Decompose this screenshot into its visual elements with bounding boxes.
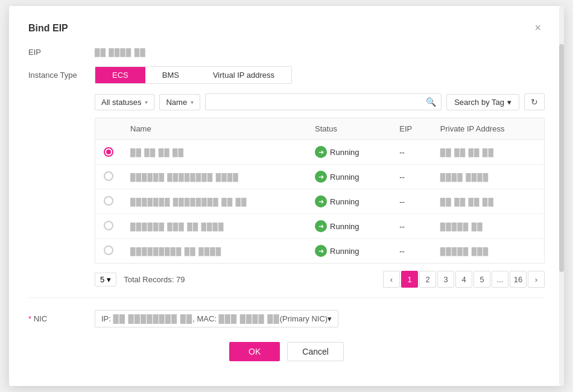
cell-name: ███████ ████████ ██ ██ <box>122 189 306 214</box>
divider <box>28 297 545 298</box>
ok-button[interactable]: OK <box>229 342 280 361</box>
cell-private-ip: █████ ██ <box>432 214 544 239</box>
cell-status: ➜Running <box>306 239 391 264</box>
page-btn-ellipsis: ... <box>492 271 508 288</box>
status-filter[interactable]: All statuses ▾ <box>95 94 154 110</box>
radio-row-2[interactable] <box>104 196 113 206</box>
page-btn-4[interactable]: 4 <box>455 271 472 288</box>
table-row[interactable]: ██████ ████████ ████➜Running--████ ████ <box>95 165 544 189</box>
tag-search-label: Search by Tag <box>454 98 504 107</box>
table-row[interactable]: ██ ██ ██ ██➜Running--██ ██ ██ ██ <box>95 140 544 165</box>
tab-vip[interactable]: Virtual IP address <box>196 67 291 83</box>
data-table: Name Status EIP Private IP Address ██ ██… <box>95 118 544 263</box>
cell-eip: -- <box>391 214 432 239</box>
status-filter-value: All statuses <box>101 98 141 107</box>
name-filter[interactable]: Name ▾ <box>159 94 200 110</box>
page-nav: ‹ 1 2 3 4 5 ... 16 › <box>383 271 545 288</box>
th-status: Status <box>306 118 391 140</box>
status-text: Running <box>330 148 359 157</box>
nic-label: NIC <box>28 314 95 323</box>
close-button[interactable]: × <box>531 21 545 36</box>
cell-name: █████████ ██ ████ <box>122 239 306 264</box>
search-input-wrap: 🔍 <box>205 93 442 110</box>
radio-row-0[interactable] <box>104 147 113 157</box>
nic-mac: ███ ████ ██ <box>219 314 280 323</box>
cell-private-ip: ██ ██ ██ ██ <box>432 189 544 214</box>
eip-label: EIP <box>28 48 95 57</box>
cell-eip: -- <box>391 239 432 264</box>
search-icon: 🔍 <box>426 97 436 107</box>
page-btn-3[interactable]: 3 <box>437 271 454 288</box>
pagination-bar: 5 ▾ Total Records: 79 ‹ 1 2 3 4 5 ... 16… <box>95 271 545 288</box>
next-page-button[interactable]: › <box>528 271 545 288</box>
cell-status: ➜Running <box>306 189 391 214</box>
total-records: Total Records: 79 <box>124 275 185 284</box>
page-size-chevron-icon: ▾ <box>107 275 111 284</box>
cell-status: ➜Running <box>306 140 391 165</box>
cancel-button[interactable]: Cancel <box>287 342 344 361</box>
search-input[interactable] <box>211 98 426 107</box>
page-btn-16[interactable]: 16 <box>510 271 527 288</box>
cell-eip: -- <box>391 189 432 214</box>
tab-ecs[interactable]: ECS <box>95 67 145 83</box>
bind-eip-dialog: Bind EIP × EIP ██ ████ ██ Instance Type … <box>9 6 564 386</box>
table-row[interactable]: █████████ ██ ████➜Running--█████ ███ <box>95 239 544 264</box>
prev-page-button[interactable]: ‹ <box>383 271 400 288</box>
table-row[interactable]: ██████ ███ ██ ████➜Running--█████ ██ <box>95 214 544 239</box>
dialog-header: Bind EIP × <box>28 21 545 36</box>
instance-type-group: ECS BMS Virtual IP address <box>95 66 292 84</box>
action-bar: OK Cancel <box>28 342 545 361</box>
scrollbar-thumb[interactable] <box>559 44 564 272</box>
instance-type-row: Instance Type ECS BMS Virtual IP address <box>28 66 545 84</box>
nic-select[interactable]: IP: ██ ████████ ██, MAC: ███ ████ ██(Pri… <box>95 310 338 327</box>
cell-status: ➜Running <box>306 214 391 239</box>
dialog-title: Bind EIP <box>28 23 68 34</box>
table-row[interactable]: ███████ ████████ ██ ██➜Running--██ ██ ██… <box>95 189 544 214</box>
th-private-ip: Private IP Address <box>432 118 544 140</box>
cell-status: ➜Running <box>306 165 391 189</box>
cell-private-ip: █████ ███ <box>432 239 544 264</box>
cell-eip: -- <box>391 165 432 189</box>
status-text: Running <box>330 247 359 256</box>
data-table-wrap: Name Status EIP Private IP Address ██ ██… <box>95 118 545 264</box>
nic-chevron-icon: ▾ <box>328 314 332 323</box>
th-radio <box>95 118 122 140</box>
status-chevron-icon: ▾ <box>145 99 148 106</box>
eip-value: ██ ████ ██ <box>95 48 146 57</box>
tag-search-button[interactable]: Search by Tag ▾ <box>446 94 519 110</box>
name-chevron-icon: ▾ <box>191 99 194 106</box>
page-btn-5[interactable]: 5 <box>473 271 490 288</box>
tag-chevron-icon: ▾ <box>507 98 511 107</box>
page-size-select[interactable]: 5 ▾ <box>95 273 116 286</box>
status-text: Running <box>330 197 359 206</box>
nic-ip: ██ ████████ ██ <box>113 314 193 323</box>
cell-name: ██ ██ ██ ██ <box>122 140 306 165</box>
page-btn-2[interactable]: 2 <box>419 271 436 288</box>
page-size-value: 5 <box>100 275 104 284</box>
status-text: Running <box>330 222 359 231</box>
cell-eip: -- <box>391 140 432 165</box>
radio-row-3[interactable] <box>104 221 113 230</box>
nic-row: NIC IP: ██ ████████ ██, MAC: ███ ████ ██… <box>28 310 545 327</box>
eip-row: EIP ██ ████ ██ <box>28 48 545 57</box>
cell-private-ip: ██ ██ ██ ██ <box>432 140 544 165</box>
tab-bms[interactable]: BMS <box>145 67 196 83</box>
cell-name: ██████ ████████ ████ <box>122 165 306 189</box>
radio-row-1[interactable] <box>104 171 113 181</box>
instance-type-label: Instance Type <box>28 71 95 80</box>
status-text: Running <box>330 172 359 182</box>
table-header-row: Name Status EIP Private IP Address <box>95 118 544 140</box>
nic-value: IP: ██ ████████ ██, MAC: ███ ████ ██(Pri… <box>101 314 328 323</box>
cell-name: ██████ ███ ██ ████ <box>122 214 306 239</box>
scrollbar-track[interactable] <box>559 6 564 386</box>
th-eip: EIP <box>391 118 432 140</box>
radio-row-4[interactable] <box>104 245 113 255</box>
filter-bar: All statuses ▾ Name ▾ 🔍 Search by Tag ▾ … <box>95 93 545 110</box>
refresh-button[interactable]: ↻ <box>524 93 545 110</box>
name-filter-value: Name <box>166 98 187 107</box>
th-name: Name <box>122 118 306 140</box>
cell-private-ip: ████ ████ <box>432 165 544 189</box>
page-btn-1[interactable]: 1 <box>401 271 418 288</box>
